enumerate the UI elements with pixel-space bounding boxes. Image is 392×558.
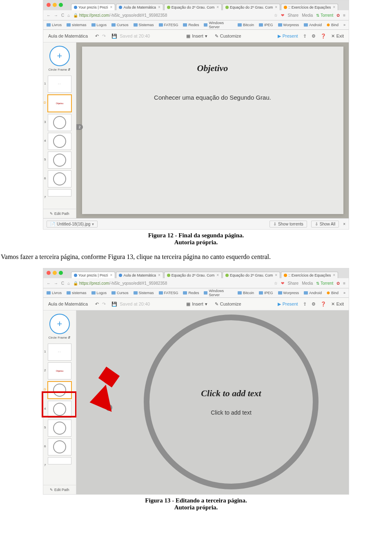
undo-button[interactable]: ↶ — [95, 33, 99, 39]
show-all-button[interactable]: ⇩ Show All — [311, 221, 339, 228]
slide-body[interactable]: Conhecer uma equação do Segundo Grau. — [154, 94, 271, 101]
downloaded-file[interactable]: 📄 Untitled-18(16).jpg ▾ — [47, 221, 98, 228]
tab-exerc[interactable]: :: Exercícios de Equações× — [281, 4, 338, 10]
frame-type-label[interactable]: Circle Frame ⇵ — [48, 336, 71, 339]
bookmarks-overflow[interactable]: » — [343, 23, 345, 27]
bookmark-logos[interactable]: Logos — [91, 23, 107, 27]
insert-button[interactable]: ▦ Insert ▾ — [186, 301, 207, 307]
customize-button[interactable]: ✎ Customize — [215, 301, 241, 307]
bookmark-fatesg[interactable]: FATESG — [159, 291, 178, 295]
reload-button[interactable]: C — [61, 13, 64, 18]
thumb-2[interactable]: 2Objetivo — [48, 362, 71, 379]
bookmark-ipeg[interactable]: IPEG — [259, 23, 273, 27]
help-icon[interactable]: ❓ — [321, 33, 326, 39]
thumb-6[interactable]: 6 — [48, 438, 71, 455]
bookmark-fatesg[interactable]: FATESG — [159, 23, 178, 27]
tab-eq2[interactable]: Equação do 2º Grau. Com× — [223, 272, 280, 278]
bookmark-cursos[interactable]: Cursos — [111, 23, 129, 27]
present-button[interactable]: ▶ Present — [278, 33, 298, 39]
bookmark-worpress[interactable]: Worpress — [278, 291, 299, 295]
tab-eq1[interactable]: Equação do 2º Grau. Com× — [164, 4, 222, 10]
bookmark-sistemas2[interactable]: Sistemas — [134, 291, 154, 295]
url-field[interactable]: 🔒 https://prezi.com/-hi5lc_yqoso/edit/#1… — [73, 13, 167, 18]
edit-path-button[interactable]: ✎ Edit Path — [43, 209, 76, 218]
tab-eq2[interactable]: Equação do 2º Grau. Com× — [223, 4, 280, 10]
undo-button[interactable]: ↶ — [95, 301, 99, 307]
bookmark-bitcoin[interactable]: Bitcoin — [238, 291, 254, 295]
save-icon[interactable]: 💾 — [111, 301, 117, 307]
thumb-2[interactable]: ②Objetivo — [47, 94, 72, 112]
thumb-5[interactable]: 5 — [48, 152, 71, 169]
show-torrents-button[interactable]: ⇩ Show torrents — [270, 221, 307, 228]
exit-button[interactable]: ✕ Exit — [331, 33, 344, 39]
path-pin-2[interactable]: 2 — [76, 124, 83, 130]
ext-icon[interactable]: ✿ — [336, 13, 340, 18]
forward-button[interactable]: → — [54, 13, 58, 18]
circle-frame[interactable]: Click to add text Click to add text — [144, 315, 318, 489]
bookmark-winserver[interactable]: Windows Server — [204, 289, 233, 297]
thumb-5[interactable]: 5 — [48, 420, 71, 437]
bookmark-sistemas[interactable]: sistemas — [67, 291, 87, 295]
window-controls[interactable] — [47, 271, 63, 275]
thumb-7[interactable]: 7 — [48, 457, 71, 464]
tab-exerc[interactable]: :: Exercícios de Equações× — [281, 272, 338, 278]
thumb-1[interactable]: 1⠂⠂ — [48, 76, 71, 93]
thumb-4[interactable]: 4 — [48, 133, 71, 150]
add-frame-button[interactable]: + — [49, 314, 70, 334]
bookmark-livros[interactable]: Livros — [47, 291, 62, 295]
back-button[interactable]: ← — [47, 13, 51, 18]
thumb-7[interactable]: 7 — [48, 189, 71, 196]
star-icon[interactable]: ☆ — [274, 13, 278, 18]
title-placeholder[interactable]: Click to add text — [201, 388, 261, 399]
canvas-area[interactable]: 2 Objetivo Conhecer uma equação do Segun… — [76, 42, 349, 218]
thumb-1[interactable]: 1⠂⠂ — [48, 344, 71, 361]
slide-title[interactable]: Objetivo — [197, 63, 228, 74]
redo-button[interactable]: ↷ — [102, 301, 106, 307]
bookmark-android[interactable]: Android — [304, 23, 322, 27]
bookmark-sistemas2[interactable]: Sistemas — [134, 23, 154, 27]
tab-prezis[interactable]: Your prezis | Prezi× — [71, 4, 115, 10]
window-controls[interactable] — [47, 3, 63, 7]
share-icon[interactable]: ⇪ — [303, 33, 307, 39]
customize-button[interactable]: ✎ Customize — [215, 33, 241, 39]
insert-button[interactable]: ▦ Insert ▾ — [186, 33, 207, 39]
share-link[interactable]: Share — [287, 281, 298, 286]
slide-content[interactable]: Objetivo Conhecer uma equação do Segundo… — [82, 47, 343, 214]
redo-button[interactable]: ↷ — [102, 33, 106, 39]
bookmark-bind[interactable]: ⬢Bind — [327, 23, 339, 27]
bookmark-livros[interactable]: Livros — [47, 23, 62, 27]
settings-icon[interactable]: ⚙ — [312, 301, 316, 307]
save-icon[interactable]: 💾 — [111, 33, 117, 39]
thumb-6[interactable]: 6 — [48, 170, 71, 187]
url-field[interactable]: 🔒 https://prezi.com/-hi5lc_yqoso/edit/#1… — [73, 281, 167, 286]
bookmarks-overflow[interactable]: » — [343, 291, 345, 295]
torrent-link[interactable]: ⇅ Torrent — [316, 281, 333, 286]
present-button[interactable]: ▶ Present — [278, 301, 298, 307]
heart-icon[interactable]: ❤ — [281, 13, 284, 18]
home-button[interactable]: ⌂ — [67, 281, 70, 286]
bookmark-ipeg[interactable]: IPEG — [259, 291, 273, 295]
bookmark-sistemas[interactable]: sistemas — [67, 23, 87, 27]
share-link[interactable]: Share — [287, 13, 298, 18]
bookmark-android[interactable]: Android — [304, 291, 322, 295]
tab-eq1[interactable]: Equação do 2º Grau. Com× — [164, 272, 222, 278]
ext-icon[interactable]: ✿ — [336, 281, 340, 286]
tab-prezis[interactable]: Your prezis | Prezi× — [71, 272, 115, 278]
menu-icon[interactable]: ≡ — [343, 281, 345, 286]
bookmark-cursos[interactable]: Cursos — [111, 291, 129, 295]
home-button[interactable]: ⌂ — [67, 13, 70, 18]
heart-icon[interactable]: ❤ — [281, 281, 284, 286]
exit-button[interactable]: ✕ Exit — [331, 301, 344, 307]
bookmark-bind[interactable]: ⬢Bind — [327, 291, 339, 295]
frame-type-label[interactable]: Circle Frame ⇵ — [48, 68, 71, 71]
settings-icon[interactable]: ⚙ — [312, 33, 316, 39]
bookmark-winserver[interactable]: Windows Server — [204, 21, 233, 29]
tab-aula[interactable]: Aula de Matemática× — [116, 4, 163, 10]
media-link[interactable]: Media — [302, 13, 313, 18]
tab-aula[interactable]: Aula de Matemática× — [116, 272, 163, 278]
add-frame-button[interactable]: + — [49, 46, 70, 66]
torrent-link[interactable]: ⇅ Torrent — [316, 13, 333, 18]
bookmark-redes[interactable]: Redes — [183, 291, 199, 295]
bookmark-bitcoin[interactable]: Bitcoin — [238, 23, 254, 27]
reload-button[interactable]: C — [61, 281, 64, 286]
